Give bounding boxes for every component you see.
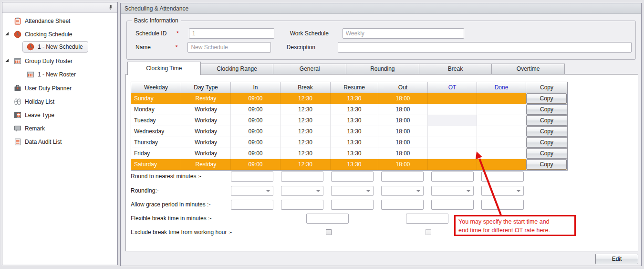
done-cell[interactable] [477,148,526,159]
schedule-id-field[interactable] [189,28,274,39]
sidebar-item-group-duty-roster[interactable]: Group Duty Roster [14,56,73,66]
table-row-saturday[interactable]: Saturday Restday 09:00 12:30 13:30 18:00… [131,159,567,170]
rounding-resume-select[interactable] [331,186,374,196]
ot-cell[interactable] [428,126,477,137]
weekday-cell[interactable]: Saturday [131,159,181,170]
day-type-cell[interactable]: Restday [181,159,231,170]
copy-button[interactable]: Copy [526,104,567,115]
sidebar-item-remark[interactable]: Remark [14,124,45,133]
break-cell[interactable]: 12:30 [280,93,331,104]
col-done[interactable]: Done [477,82,526,93]
table-row-wednesday[interactable]: Wednesday Workday 09:00 12:30 13:30 18:0… [131,126,567,137]
copy-button[interactable]: Copy [526,137,567,148]
grace-resume-input[interactable] [331,200,374,210]
out-cell[interactable]: 18:00 [378,148,428,159]
round-in-input[interactable] [231,172,273,182]
grace-ot-input[interactable] [431,200,474,210]
col-out[interactable]: Out [378,82,428,93]
pin-icon[interactable] [107,4,114,11]
in-cell[interactable]: 09:00 [231,104,280,115]
resume-cell[interactable]: 13:30 [331,148,378,159]
table-row-tuesday[interactable]: Tuesday Workday 09:00 12:30 13:30 18:00 … [131,115,567,126]
done-cell[interactable] [477,137,526,148]
col-weekday[interactable]: Weekday [131,82,181,93]
grace-break-input[interactable] [281,200,323,210]
weekday-cell[interactable]: Wednesday [131,126,181,137]
done-cell[interactable] [477,126,526,137]
table-row-monday[interactable]: Monday Workday 09:00 12:30 13:30 18:00 C… [131,104,567,115]
grace-done-input[interactable] [481,200,524,210]
in-cell[interactable]: 09:00 [231,137,280,148]
sidebar-item-holiday-list[interactable]: Holiday List [14,97,54,107]
round-resume-input[interactable] [331,172,374,182]
out-cell[interactable]: 18:00 [378,93,428,104]
expander-group-duty-roster[interactable] [5,59,9,62]
round-ot-input[interactable] [431,172,474,182]
done-cell[interactable] [477,93,526,104]
weekday-cell[interactable]: Thursday [131,137,181,148]
tab-general[interactable]: General [273,64,346,75]
rounding-in-select[interactable] [231,186,273,196]
ot-cell[interactable] [428,104,477,115]
tab-clocking-time[interactable]: Clocking Time [127,62,201,75]
resume-cell[interactable]: 13:30 [331,126,378,137]
table-row-sunday[interactable]: Sunday Restday 09:00 12:30 13:30 18:00 C… [131,93,567,104]
resume-cell[interactable]: 13:30 [331,137,378,148]
in-cell[interactable]: 09:00 [231,148,280,159]
done-cell[interactable] [477,115,526,126]
rounding-out-select[interactable] [381,186,424,196]
resume-cell[interactable]: 13:30 [331,115,378,126]
break-cell[interactable]: 12:30 [280,115,331,126]
day-type-cell[interactable]: Workday [181,104,231,115]
out-cell[interactable]: 18:00 [378,126,428,137]
tab-rounding[interactable]: Rounding [346,64,419,75]
col-day-type[interactable]: Day Type [181,82,231,93]
description-field[interactable] [338,42,632,53]
col-copy[interactable]: Copy [526,82,567,93]
resume-cell[interactable]: 13:30 [331,159,378,170]
table-row-friday[interactable]: Friday Workday 09:00 12:30 13:30 18:00 C… [131,148,567,159]
done-cell[interactable] [477,104,526,115]
break-cell[interactable]: 12:30 [280,159,331,170]
in-cell[interactable]: 09:00 [231,93,280,104]
weekday-cell[interactable]: Friday [131,148,181,159]
day-type-cell[interactable]: Workday [181,126,231,137]
rounding-break-select[interactable] [281,186,323,196]
ot-cell[interactable] [428,115,477,126]
sidebar-item-user-duty-planner[interactable]: User Duty Planner [14,84,72,93]
break-cell[interactable]: 12:30 [280,148,331,159]
expander-clocking-schedule[interactable] [5,32,9,35]
grace-out-input[interactable] [381,200,424,210]
weekday-cell[interactable]: Monday [131,104,181,115]
day-type-cell[interactable]: Restday [181,93,231,104]
sidebar-item-leave-type[interactable]: Leave Type [14,110,54,120]
day-type-cell[interactable]: Workday [181,137,231,148]
day-type-cell[interactable]: Workday [181,115,231,126]
day-type-cell[interactable]: Workday [181,148,231,159]
round-done-input[interactable] [481,172,524,182]
col-resume[interactable]: Resume [331,82,378,93]
flexible-break-input-2[interactable] [406,214,448,224]
flexible-break-input-1[interactable] [306,214,349,224]
edit-button[interactable]: Edit [595,254,638,264]
col-break[interactable]: Break [280,82,331,93]
sidebar-item-new-schedule[interactable]: 1 - New Schedule [22,41,88,53]
round-break-input[interactable] [281,172,323,182]
resume-cell[interactable]: 13:30 [331,93,378,104]
col-in[interactable]: In [231,82,280,93]
ot-cell[interactable] [428,93,477,104]
tab-clocking-range[interactable]: Clocking Range [201,64,274,75]
break-cell[interactable]: 12:30 [280,104,331,115]
grace-in-input[interactable] [231,200,273,210]
done-cell[interactable] [477,159,526,170]
ot-cell[interactable] [428,137,477,148]
rounding-ot-select[interactable] [431,186,474,196]
round-out-input[interactable] [381,172,424,182]
exclude-break-checkbox-2[interactable] [426,229,431,235]
copy-button[interactable]: Copy [526,148,567,159]
copy-button[interactable]: Copy [526,115,567,126]
table-row-thursday[interactable]: Thursday Workday 09:00 12:30 13:30 18:00… [131,137,567,148]
sidebar-item-data-audit-list[interactable]: Data Audit List [14,137,62,147]
ot-cell[interactable] [428,159,477,170]
work-schedule-field[interactable] [343,28,464,39]
